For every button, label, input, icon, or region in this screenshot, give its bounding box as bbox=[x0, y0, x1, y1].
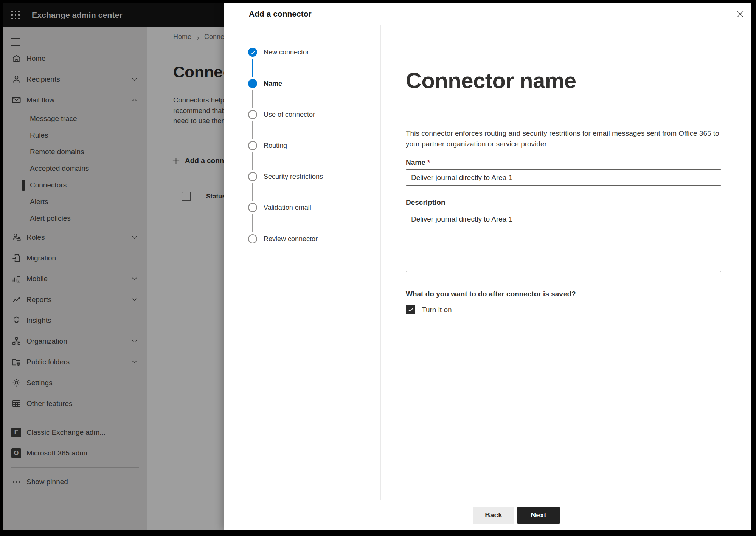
step-connector-line bbox=[252, 59, 253, 77]
step-description: This connector enforces routing and secu… bbox=[406, 128, 720, 149]
connector-name-input[interactable] bbox=[406, 169, 721, 186]
step-pending-icon bbox=[248, 141, 257, 150]
wizard-step-name: Name bbox=[224, 76, 380, 91]
after-save-question: What do you want to do after connector i… bbox=[406, 290, 576, 298]
application-window: Exchange admin center HomeRecipientsMail… bbox=[3, 3, 751, 530]
turn-on-row: Turn it on bbox=[406, 305, 452, 314]
connector-description-textarea[interactable]: Deliver journal directly to Area 1 bbox=[406, 211, 721, 272]
wizard-content: Connector name This connector enforces r… bbox=[381, 25, 751, 500]
wizard-step-label: Routing bbox=[264, 142, 287, 150]
wizard-step-label: Name bbox=[264, 80, 282, 88]
wizard-step-routing: Routing bbox=[224, 138, 380, 153]
back-button[interactable]: Back bbox=[473, 507, 514, 524]
name-label-text: Name bbox=[406, 158, 425, 166]
step-connector-line bbox=[252, 90, 253, 108]
wizard-steps: New connectorNameUse of connectorRouting… bbox=[224, 25, 381, 500]
step-connector-line bbox=[252, 152, 253, 170]
wizard-step-review-connector: Review connector bbox=[224, 231, 380, 246]
turn-it-on-label: Turn it on bbox=[422, 306, 452, 314]
panel-header: Add a connector bbox=[224, 3, 751, 25]
wizard-step-security-restrictions: Security restrictions bbox=[224, 169, 380, 184]
description-field-label: Description bbox=[406, 198, 446, 207]
footer-buttons: Back Next bbox=[473, 507, 560, 524]
wizard-step-use-of-connector: Use of connector bbox=[224, 107, 380, 122]
wizard-step-label: Review connector bbox=[264, 235, 318, 243]
step-pending-icon bbox=[248, 110, 257, 119]
add-connector-panel: Add a connector New connectorNameUse of … bbox=[224, 3, 751, 530]
name-field-label: Name* bbox=[406, 158, 430, 167]
step-heading: Connector name bbox=[406, 68, 576, 93]
step-connector-line bbox=[252, 214, 253, 232]
wizard-step-label: New connector bbox=[264, 48, 309, 56]
wizard-step-label: Security restrictions bbox=[264, 173, 323, 181]
panel-title: Add a connector bbox=[249, 9, 312, 19]
wizard-step-validation-email: Validation email bbox=[224, 200, 380, 215]
step-pending-icon bbox=[248, 203, 257, 212]
required-asterisk: * bbox=[427, 158, 430, 166]
step-pending-icon bbox=[248, 172, 257, 181]
turn-it-on-checkbox[interactable] bbox=[406, 305, 415, 314]
step-connector-line bbox=[252, 121, 253, 139]
step-pending-icon bbox=[248, 234, 257, 243]
step-current-icon bbox=[248, 79, 257, 88]
step-completed-icon bbox=[248, 48, 257, 57]
panel-body: New connectorNameUse of connectorRouting… bbox=[224, 25, 751, 500]
wizard-step-label: Validation email bbox=[264, 204, 311, 212]
close-icon[interactable] bbox=[734, 8, 746, 20]
wizard-step-label: Use of connector bbox=[264, 111, 315, 119]
panel-footer: Back Next bbox=[224, 500, 751, 530]
step-connector-line bbox=[252, 183, 253, 201]
next-button[interactable]: Next bbox=[517, 507, 560, 524]
wizard-step-new-connector: New connector bbox=[224, 45, 380, 60]
